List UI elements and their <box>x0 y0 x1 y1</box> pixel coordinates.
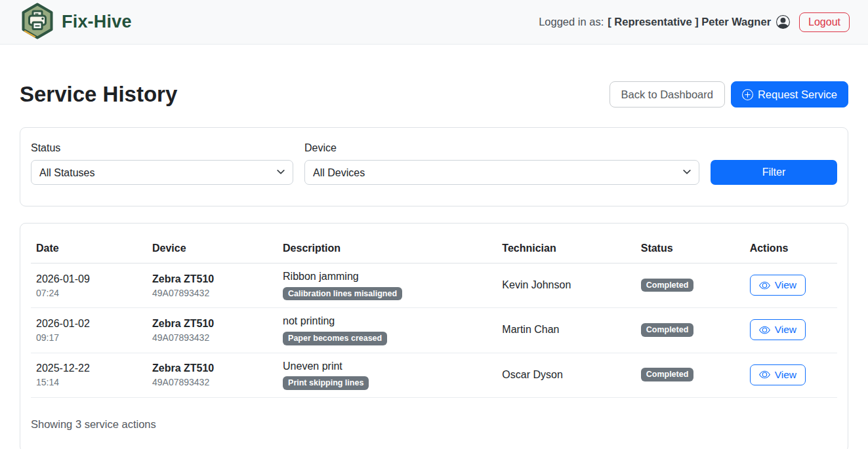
status-filter-select[interactable]: All Statuses <box>31 160 293 185</box>
table-row: 2025-12-22 15:14 Zebra ZT510 49A07893432… <box>31 353 837 397</box>
column-header-device: Device <box>147 234 278 264</box>
service-time: 07:24 <box>36 288 142 298</box>
view-button[interactable]: View <box>750 275 806 296</box>
description-text: not printing <box>283 315 491 328</box>
column-header-actions: Actions <box>745 234 837 264</box>
status-badge: Completed <box>641 368 694 381</box>
column-header-date: Date <box>31 234 147 264</box>
description-text: Ribbon jamming <box>283 270 491 284</box>
service-time: 09:17 <box>36 332 142 343</box>
issue-tag-badge: Paper becomes creased <box>283 332 387 345</box>
view-button-label: View <box>775 279 796 291</box>
actions-cell: View <box>745 308 837 353</box>
technician-cell: Kevin Johnson <box>497 264 635 308</box>
actions-cell: View <box>745 353 837 397</box>
brand[interactable]: Fix-Hive <box>20 2 132 43</box>
table-header-row: DateDeviceDescriptionTechnicianStatusAct… <box>31 234 837 264</box>
table-row: 2026-01-02 09:17 Zebra ZT510 49A07893432… <box>31 308 837 353</box>
technician-name: Oscar Dyson <box>502 369 562 380</box>
device-filter-label: Device <box>304 142 699 154</box>
status-cell: Completed <box>636 308 745 353</box>
device-cell: Zebra ZT510 49A07893432 <box>147 264 278 308</box>
filter-panel: Status All Statuses Device All Devices <box>20 127 848 206</box>
brand-name: Fix-Hive <box>62 12 132 32</box>
column-header-status: Status <box>636 234 745 264</box>
back-to-dashboard-button[interactable]: Back to Dashboard <box>610 81 725 107</box>
brand-logo-icon <box>20 2 55 43</box>
service-date: 2026-01-02 <box>36 317 142 331</box>
view-button[interactable]: View <box>750 319 806 340</box>
technician-cell: Martin Chan <box>497 308 635 353</box>
device-serial: 49A07893432 <box>152 377 272 387</box>
logged-in-user: [ Representative ] Peter Wagner <box>608 16 771 28</box>
plus-circle-icon <box>742 89 753 100</box>
service-time: 15:14 <box>36 377 142 387</box>
eye-icon <box>759 324 770 336</box>
service-history-table: DateDeviceDescriptionTechnicianStatusAct… <box>31 234 837 398</box>
eye-icon <box>759 280 770 291</box>
view-button[interactable]: View <box>750 364 806 385</box>
description-cell: not printing Paper becomes creased <box>278 308 497 353</box>
technician-name: Kevin Johnson <box>502 279 571 290</box>
logged-in-text: Logged in as: [ Representative ] Peter W… <box>539 15 790 29</box>
status-filter-label: Status <box>31 142 293 154</box>
technician-cell: Oscar Dyson <box>497 353 635 397</box>
issue-tag-badge: Calibration lines misaligned <box>283 287 402 301</box>
view-button-label: View <box>775 324 796 336</box>
device-name: Zebra ZT510 <box>152 273 272 286</box>
view-button-label: View <box>775 369 796 381</box>
date-cell: 2026-01-02 09:17 <box>31 308 147 353</box>
device-cell: Zebra ZT510 49A07893432 <box>147 308 278 353</box>
results-count-text: Showing 3 service actions <box>31 418 837 431</box>
device-cell: Zebra ZT510 49A07893432 <box>147 353 278 397</box>
status-cell: Completed <box>636 264 745 308</box>
device-filter-select[interactable]: All Devices <box>304 160 699 185</box>
actions-cell: View <box>745 264 837 308</box>
column-header-technician: Technician <box>497 234 635 264</box>
status-badge: Completed <box>641 279 694 292</box>
date-cell: 2025-12-22 15:14 <box>31 353 147 397</box>
technician-name: Martin Chan <box>502 324 559 335</box>
device-serial: 49A07893432 <box>152 288 272 298</box>
person-circle-icon <box>776 15 790 29</box>
service-date: 2025-12-22 <box>36 362 142 376</box>
table-row: 2026-01-09 07:24 Zebra ZT510 49A07893432… <box>31 264 837 308</box>
date-cell: 2026-01-09 07:24 <box>31 264 147 308</box>
page-title: Service History <box>20 82 177 107</box>
app-header: Fix-Hive Logged in as: [ Representative … <box>0 0 868 45</box>
device-name: Zebra ZT510 <box>152 317 272 331</box>
eye-icon <box>759 369 770 380</box>
logout-button[interactable]: Logout <box>799 12 850 32</box>
service-history-panel: DateDeviceDescriptionTechnicianStatusAct… <box>20 223 848 449</box>
table-body: 2026-01-09 07:24 Zebra ZT510 49A07893432… <box>31 264 837 398</box>
filter-button[interactable]: Filter <box>711 160 837 185</box>
description-text: Uneven print <box>283 360 491 374</box>
device-name: Zebra ZT510 <box>152 362 272 376</box>
request-service-label: Request Service <box>758 88 837 101</box>
status-cell: Completed <box>636 353 745 397</box>
issue-tag-badge: Print skipping lines <box>283 376 369 390</box>
description-cell: Uneven print Print skipping lines <box>278 353 497 397</box>
logged-in-prefix: Logged in as: <box>539 16 604 28</box>
device-serial: 49A07893432 <box>152 332 272 343</box>
status-badge: Completed <box>641 323 694 337</box>
request-service-button[interactable]: Request Service <box>731 81 848 107</box>
service-date: 2026-01-09 <box>36 273 142 286</box>
description-cell: Ribbon jamming Calibration lines misalig… <box>278 264 497 308</box>
column-header-description: Description <box>278 234 497 264</box>
